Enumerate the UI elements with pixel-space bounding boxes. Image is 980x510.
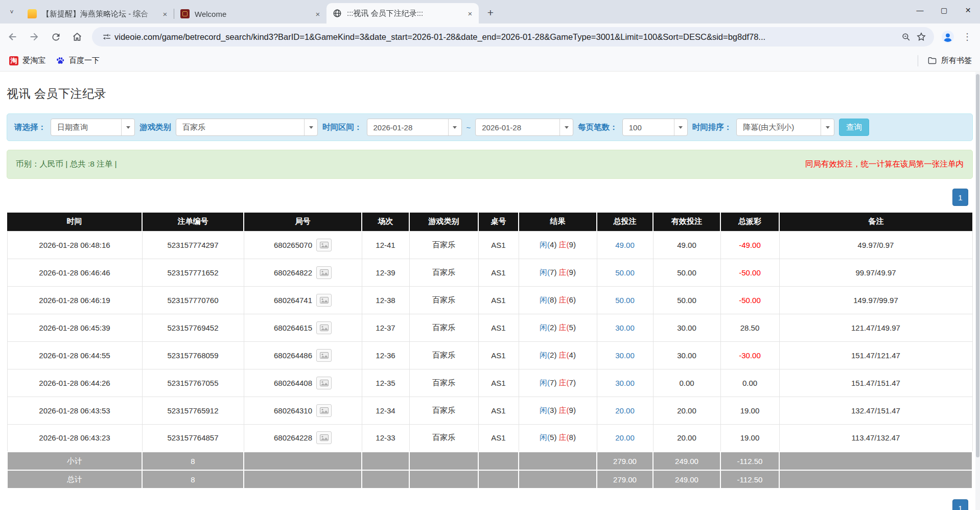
tab-betrecord-active[interactable]: :::视讯 会员下注纪录::: × [326, 3, 479, 24]
cell-empty [409, 470, 478, 489]
back-button[interactable] [4, 28, 21, 45]
cell-empty [519, 470, 597, 489]
cell-round-id: 680264822 [244, 259, 362, 286]
cell-sum-total-bet: 279.00 [597, 452, 653, 470]
page-scrollbar[interactable] [975, 72, 980, 510]
cell-result: 闲(4) 庄(9) [519, 231, 597, 259]
home-button[interactable] [68, 28, 86, 45]
col-total-bet: 总投注 [597, 213, 653, 231]
round-snapshot-button[interactable] [316, 239, 332, 251]
cell-bet-id: 523157767055 [142, 369, 244, 397]
round-snapshot-button[interactable] [316, 294, 332, 307]
cell-game-type: 百家乐 [409, 369, 478, 397]
scrollbar-thumb[interactable] [976, 74, 979, 457]
tab-forum[interactable]: 【新提醒】海燕策略论坛 - 综合 × [21, 4, 174, 24]
cell-time: 2026-01-28 06:44:26 [7, 369, 142, 397]
cell-total-bet[interactable]: 30.00 [597, 314, 653, 341]
cell-remark: 151.47/121.47 [779, 341, 972, 369]
cell-total-bet[interactable]: 30.00 [597, 369, 653, 397]
cell-total-bet[interactable]: 50.00 [597, 286, 653, 314]
per-page-label: 每页笔数： [578, 122, 618, 133]
tab-close-icon[interactable]: × [313, 9, 322, 18]
minimize-button[interactable]: — [908, 0, 932, 20]
chrome-menu-icon[interactable]: ⋮ [960, 28, 975, 45]
forward-button[interactable] [26, 28, 43, 45]
cell-sum-count: 8 [142, 470, 244, 489]
cell-empty [478, 470, 519, 489]
cell-payout: 28.50 [720, 314, 779, 341]
zoom-magnifier-icon[interactable] [898, 29, 914, 44]
url-text[interactable]: videoie.com/game/betrecord_search/kind3?… [114, 32, 898, 42]
cell-time: 2026-01-28 06:45:39 [7, 314, 142, 341]
cell-valid-bet: 30.00 [653, 314, 720, 341]
reload-button[interactable] [47, 28, 64, 45]
valid-bet-notice-text: 同局有效投注，统一计算在该局第一张注单内 [805, 159, 964, 170]
tab-title: 【新提醒】海燕策略论坛 - 综合 [42, 9, 157, 19]
cell-total-bet[interactable]: 20.00 [597, 397, 653, 424]
cell-time: 2026-01-28 06:43:23 [7, 424, 142, 452]
cell-total-bet[interactable]: 30.00 [597, 341, 653, 369]
cell-valid-bet: 50.00 [653, 286, 720, 314]
cell-result: 闲(2) 庄(5) [519, 314, 597, 341]
cell-sum-count: 8 [142, 452, 244, 470]
table-row: 2026-01-28 06:44:26523157767055680264408… [7, 369, 972, 397]
tab-welcome[interactable]: Welcome × [174, 4, 326, 24]
table-row: 2026-01-28 06:45:39523157769452680264615… [7, 314, 972, 341]
col-round-id: 局号 [244, 213, 362, 231]
bookmark-baidu[interactable]: 百度一下 [51, 53, 105, 68]
round-snapshot-button[interactable] [316, 377, 332, 389]
col-time: 时间 [7, 213, 142, 231]
page-1-button[interactable]: 1 [952, 499, 968, 510]
cell-game-type: 百家乐 [409, 259, 478, 286]
cell-total-bet[interactable]: 20.00 [597, 424, 653, 452]
profile-avatar-icon[interactable] [939, 28, 956, 45]
site-settings-tune-icon[interactable] [99, 29, 114, 44]
cell-total-bet[interactable]: 50.00 [597, 259, 653, 286]
cell-table-no: AS1 [478, 259, 519, 286]
tab-search-chevron-icon[interactable]: ˅ [3, 3, 20, 21]
date-start-select[interactable]: 2026-01-28 [367, 119, 462, 136]
tab-close-icon[interactable]: × [160, 9, 170, 18]
tab-close-icon[interactable]: × [465, 9, 475, 18]
tab-strip: ˅ 【新提醒】海燕策略论坛 - 综合 × Welcome × :::视讯 会员下… [0, 0, 980, 24]
cell-empty [244, 452, 362, 470]
page-1-button[interactable]: 1 [952, 189, 968, 206]
bookmark-star-icon[interactable] [914, 29, 929, 44]
round-snapshot-button[interactable] [316, 266, 332, 279]
bookmark-taobao[interactable]: 淘 爱淘宝 [4, 53, 51, 68]
new-tab-button[interactable]: + [483, 5, 498, 20]
cell-game-type: 百家乐 [409, 397, 478, 424]
cell-sum-total-bet: 279.00 [597, 470, 653, 489]
close-button[interactable]: ✕ [956, 0, 980, 20]
cell-remark: 151.47/151.47 [779, 369, 972, 397]
round-snapshot-button[interactable] [316, 349, 332, 362]
cell-result: 闲(2) 庄(4) [519, 341, 597, 369]
cell-sum-label: 小计 [7, 452, 142, 470]
col-result: 结果 [519, 213, 597, 231]
all-bookmarks[interactable]: 所有书签 [918, 55, 980, 66]
round-snapshot-button[interactable] [316, 321, 332, 334]
url-bar[interactable]: videoie.com/game/betrecord_search/kind3?… [92, 27, 934, 47]
cell-time: 2026-01-28 06:46:19 [7, 286, 142, 314]
round-snapshot-button[interactable] [316, 431, 332, 444]
cell-empty [244, 470, 362, 489]
bet-record-table: 时间 注单编号 局号 场次 游戏类别 桌号 结果 总投注 有效投注 总派彩 备注… [7, 213, 973, 489]
cell-round-id: 680265070 [244, 231, 362, 259]
date-range-label: 时间区间： [322, 122, 362, 133]
maximize-button[interactable]: ▢ [932, 0, 956, 20]
welcome-favicon-icon [180, 9, 190, 18]
cell-remark: 121.47/149.97 [779, 314, 972, 341]
cell-total-bet[interactable]: 49.00 [597, 231, 653, 259]
query-type-select[interactable]: 日期查询 [51, 119, 135, 136]
date-end-select[interactable]: 2026-01-28 [475, 119, 573, 136]
round-snapshot-button[interactable] [316, 404, 332, 417]
taobao-icon: 淘 [9, 56, 18, 65]
per-page-select[interactable]: 100 [622, 119, 688, 136]
summary-bar: 币别：人民币 | 总共 :8 注单 | 同局有效投注，统一计算在该局第一张注单内 [7, 150, 973, 179]
cell-time: 2026-01-28 06:44:55 [7, 341, 142, 369]
sort-select[interactable]: 降冪(由大到小) [736, 119, 834, 136]
game-type-select[interactable]: 百家乐 [176, 119, 318, 136]
bookmarks-bar: 淘 爱淘宝 百度一下 所有书签 [0, 50, 980, 72]
search-button[interactable]: 查询 [839, 119, 869, 136]
cell-game-type: 百家乐 [409, 286, 478, 314]
